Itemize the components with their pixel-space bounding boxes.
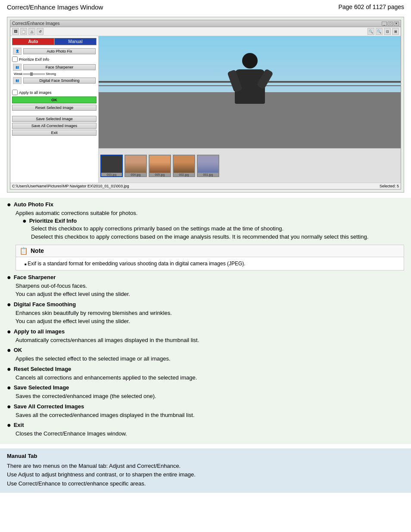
- bullet-face-sharpener: ● Face Sharpener Sharpens out-of-focus f…: [7, 274, 404, 299]
- toolbar-icon-4[interactable]: ↺: [37, 28, 44, 35]
- bullet-desc-digital-face-1: Enhances skin beautifully by removing bl…: [16, 309, 404, 317]
- bullet-dot-1: ●: [7, 201, 11, 208]
- selected-label: Selected: 5: [380, 184, 399, 188]
- toolbar-icon-1[interactable]: 🖼: [12, 28, 19, 35]
- thumbnail-005[interactable]: 005.jpg: [149, 155, 171, 177]
- bullet-main-face-sharpen: ● Face Sharpener: [7, 274, 404, 281]
- thumb-label-003: 003.jpg: [107, 173, 117, 176]
- full-icon[interactable]: ⊞: [392, 28, 399, 35]
- manual-title: Manual Tab: [7, 453, 404, 459]
- bullet-main-exit: ● Exit: [7, 422, 404, 429]
- bullet-desc-reset: Cancels all corrections and enhancements…: [16, 373, 404, 382]
- bullet-main-save-all: ● Save All Corrected Images: [7, 403, 404, 410]
- app-body: Auto Manual 👤 Auto Photo Fix Prioritize …: [10, 36, 401, 183]
- status-bar: C:\Users\UserName\Pictures\MP Navigator …: [10, 183, 401, 189]
- bullet-desc-save-selected: Saves the corrected/enhanced image (the …: [16, 392, 404, 401]
- weak-label: Weak: [14, 72, 22, 76]
- sub-desc-exif-2: Deselect this checkbox to apply correcti…: [31, 233, 404, 241]
- sub-bullet-prioritize-exif: ● Prioritize Exif Info Select this check…: [22, 218, 404, 241]
- save-selected-btn[interactable]: Save Selected Image: [12, 116, 97, 122]
- toolbar-icon-2[interactable]: 📋: [20, 28, 27, 35]
- zoom-in-icon[interactable]: 🔍: [376, 28, 383, 35]
- note-title: Note: [31, 247, 44, 254]
- bullet-desc-digital-face-2: You can adjust the effect level using th…: [16, 317, 404, 326]
- thumb-label-004: 004.jpg: [131, 173, 141, 176]
- exit-row: Exit: [12, 130, 97, 136]
- bullet-desc-apply-all: Automatically corrects/enhances all imag…: [16, 336, 404, 345]
- bullet-desc-save-all: Saves all the corrected/enhanced images …: [16, 411, 404, 420]
- ok-btn[interactable]: OK: [12, 96, 97, 103]
- zoom-out-icon[interactable]: 🔍: [367, 28, 374, 35]
- digital-face-icon: 👥: [13, 77, 22, 84]
- bullet-title-digital-face: Digital Face Smoothing: [14, 301, 76, 308]
- fit-icon[interactable]: ⊡: [384, 28, 391, 35]
- auto-photo-fix-icon: 👤: [13, 48, 22, 55]
- tab-bar: Auto Manual: [12, 38, 97, 45]
- strong-label: Strong: [46, 72, 56, 76]
- prioritize-exif-checkbox[interactable]: [12, 56, 18, 62]
- bullet-dot-5: ●: [7, 347, 11, 354]
- app-titlebar: Correct/Enhance Images _ □ ✕: [10, 20, 401, 27]
- thumbnail-004[interactable]: 004.jpg: [125, 155, 147, 177]
- manual-text-2: Use Adjust to adjust brightness and cont…: [7, 470, 404, 479]
- bullet-apply-all: ● Apply to all images Automatically corr…: [7, 328, 404, 345]
- reset-row: Reset Selected Image: [12, 105, 97, 111]
- manual-text-3: Use Correct/Enhance to correct/enhance s…: [7, 479, 404, 488]
- bullet-main-save-selected: ● Save Selected Image: [7, 384, 404, 391]
- bullet-title-auto: Auto Photo Fix: [14, 201, 53, 208]
- thumb-label-005: 005.jpg: [155, 173, 165, 176]
- thumb-label-001: 001.jpg: [203, 173, 213, 176]
- auto-photo-fix-row: 👤 Auto Photo Fix: [12, 47, 97, 56]
- bullet-dot-3: ●: [7, 301, 11, 308]
- apply-to-all-label: Apply to all images: [19, 90, 52, 95]
- bullet-title-face-sharpen: Face Sharpener: [14, 274, 56, 280]
- face-sharpener-icon: 👥: [13, 64, 22, 71]
- bullet-digital-face-smoothing: ● Digital Face Smoothing Enhances skin b…: [7, 301, 404, 326]
- face-sharpener-btn[interactable]: Face Sharpener: [23, 64, 96, 70]
- main-preview: [99, 36, 401, 148]
- bullet-dot-4: ●: [7, 328, 11, 335]
- left-panel: Auto Manual 👤 Auto Photo Fix Prioritize …: [10, 36, 99, 183]
- bullet-title-save-selected: Save Selected Image: [14, 384, 69, 391]
- toolbar-icon-3[interactable]: △: [28, 28, 35, 35]
- sharpener-slider-row: Weak Strong: [14, 72, 95, 76]
- thumbnail-001[interactable]: 001.jpg: [197, 155, 219, 177]
- tab-auto[interactable]: Auto: [12, 38, 54, 45]
- child-figure: [230, 53, 269, 122]
- reset-selected-btn[interactable]: Reset Selected Image: [12, 105, 97, 111]
- thumbnail-strip: 003.jpg 004.jpg 005.jpg 002.jpg: [99, 148, 401, 183]
- digital-face-smoothing-row: 👥 Digital Face Smoothing: [12, 76, 97, 85]
- minimize-btn[interactable]: _: [382, 22, 387, 26]
- digital-face-smoothing-btn[interactable]: Digital Face Smoothing: [23, 78, 96, 84]
- bullet-save-all: ● Save All Corrected Images Saves all th…: [7, 403, 404, 420]
- page-title: Correct/Enhance Images Window: [7, 3, 103, 11]
- prioritize-exif-label: Prioritize Exif Info: [19, 57, 49, 62]
- filepath-label: C:\Users\UserName\Pictures\MP Navigator …: [12, 184, 129, 188]
- bullet-title-apply-all: Apply to all images: [14, 328, 65, 335]
- bullet-main-apply-all: ● Apply to all images: [7, 328, 404, 335]
- restore-btn[interactable]: □: [388, 22, 393, 26]
- tab-manual[interactable]: Manual: [54, 38, 97, 45]
- save-all-btn[interactable]: Save All Corrected Images: [12, 123, 97, 129]
- app-toolbar: 🖼 📋 △ ↺ 🔍 🔍 ⊡ ⊞: [10, 27, 401, 36]
- bullet-title-ok: OK: [14, 347, 22, 353]
- sub-desc-exif-1: Select this checkbox to apply correction…: [31, 224, 404, 233]
- apply-to-all-checkbox[interactable]: [12, 90, 18, 95]
- preview-area: 003.jpg 004.jpg 005.jpg 002.jpg: [99, 36, 401, 183]
- bullet-reset: ● Reset Selected Image Cancels all corre…: [7, 366, 404, 382]
- exit-btn[interactable]: Exit: [12, 130, 97, 136]
- auto-photo-fix-btn[interactable]: Auto Photo Fix: [23, 48, 96, 54]
- thumb-label-002: 002.jpg: [179, 173, 189, 176]
- bullet-ok: ● OK Applies the selected effect to the …: [7, 347, 404, 363]
- bullet-exit: ● Exit Closes the Correct/Enhance Images…: [7, 422, 404, 438]
- note-box: 📋 Note Exif is a standard format for emb…: [16, 245, 404, 271]
- ok-row: OK: [12, 96, 97, 103]
- thumbnail-003[interactable]: 003.jpg: [100, 155, 123, 177]
- sub-dot-exif: ●: [22, 218, 27, 224]
- bullet-dot-8: ●: [7, 403, 11, 410]
- thumbnail-002[interactable]: 002.jpg: [173, 155, 195, 177]
- bullet-dot-7: ●: [7, 384, 11, 391]
- bullet-desc-ok: Applies the selected effect to the selec…: [16, 355, 404, 363]
- close-btn[interactable]: ✕: [394, 22, 399, 26]
- sharpener-slider[interactable]: [23, 73, 45, 75]
